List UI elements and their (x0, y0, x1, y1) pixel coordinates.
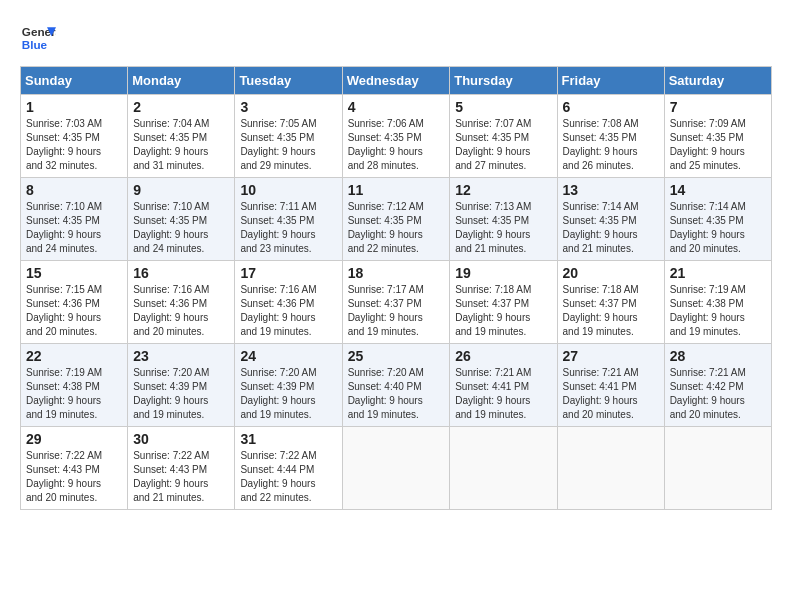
calendar-table: SundayMondayTuesdayWednesdayThursdayFrid… (20, 66, 772, 510)
day-number: 30 (133, 431, 229, 447)
calendar-cell: 9Sunrise: 7:10 AM Sunset: 4:35 PM Daylig… (128, 178, 235, 261)
day-number: 20 (563, 265, 659, 281)
day-info: Sunrise: 7:05 AM Sunset: 4:35 PM Dayligh… (240, 117, 336, 173)
day-number: 12 (455, 182, 551, 198)
weekday-header-thursday: Thursday (450, 67, 557, 95)
day-number: 21 (670, 265, 766, 281)
day-info: Sunrise: 7:20 AM Sunset: 4:40 PM Dayligh… (348, 366, 445, 422)
calendar-cell: 6Sunrise: 7:08 AM Sunset: 4:35 PM Daylig… (557, 95, 664, 178)
calendar-cell: 14Sunrise: 7:14 AM Sunset: 4:35 PM Dayli… (664, 178, 771, 261)
day-number: 16 (133, 265, 229, 281)
calendar-cell (342, 427, 450, 510)
calendar-header: SundayMondayTuesdayWednesdayThursdayFrid… (21, 67, 772, 95)
day-number: 2 (133, 99, 229, 115)
logo-icon: General Blue (20, 20, 56, 56)
calendar-cell: 18Sunrise: 7:17 AM Sunset: 4:37 PM Dayli… (342, 261, 450, 344)
day-number: 23 (133, 348, 229, 364)
day-info: Sunrise: 7:22 AM Sunset: 4:44 PM Dayligh… (240, 449, 336, 505)
day-info: Sunrise: 7:10 AM Sunset: 4:35 PM Dayligh… (26, 200, 122, 256)
calendar-cell: 31Sunrise: 7:22 AM Sunset: 4:44 PM Dayli… (235, 427, 342, 510)
day-info: Sunrise: 7:18 AM Sunset: 4:37 PM Dayligh… (455, 283, 551, 339)
calendar-cell: 30Sunrise: 7:22 AM Sunset: 4:43 PM Dayli… (128, 427, 235, 510)
day-number: 22 (26, 348, 122, 364)
day-info: Sunrise: 7:19 AM Sunset: 4:38 PM Dayligh… (26, 366, 122, 422)
calendar-cell: 1Sunrise: 7:03 AM Sunset: 4:35 PM Daylig… (21, 95, 128, 178)
day-number: 4 (348, 99, 445, 115)
day-number: 9 (133, 182, 229, 198)
day-number: 27 (563, 348, 659, 364)
day-number: 29 (26, 431, 122, 447)
calendar-cell: 25Sunrise: 7:20 AM Sunset: 4:40 PM Dayli… (342, 344, 450, 427)
day-number: 5 (455, 99, 551, 115)
day-info: Sunrise: 7:21 AM Sunset: 4:41 PM Dayligh… (455, 366, 551, 422)
day-info: Sunrise: 7:08 AM Sunset: 4:35 PM Dayligh… (563, 117, 659, 173)
calendar-cell: 17Sunrise: 7:16 AM Sunset: 4:36 PM Dayli… (235, 261, 342, 344)
calendar-cell: 13Sunrise: 7:14 AM Sunset: 4:35 PM Dayli… (557, 178, 664, 261)
day-number: 10 (240, 182, 336, 198)
calendar-cell: 24Sunrise: 7:20 AM Sunset: 4:39 PM Dayli… (235, 344, 342, 427)
weekday-header-sunday: Sunday (21, 67, 128, 95)
weekday-header-friday: Friday (557, 67, 664, 95)
weekday-header-saturday: Saturday (664, 67, 771, 95)
day-info: Sunrise: 7:12 AM Sunset: 4:35 PM Dayligh… (348, 200, 445, 256)
day-number: 18 (348, 265, 445, 281)
calendar-week-2: 8Sunrise: 7:10 AM Sunset: 4:35 PM Daylig… (21, 178, 772, 261)
day-number: 25 (348, 348, 445, 364)
weekday-header-wednesday: Wednesday (342, 67, 450, 95)
calendar-cell: 19Sunrise: 7:18 AM Sunset: 4:37 PM Dayli… (450, 261, 557, 344)
day-info: Sunrise: 7:18 AM Sunset: 4:37 PM Dayligh… (563, 283, 659, 339)
calendar-cell: 15Sunrise: 7:15 AM Sunset: 4:36 PM Dayli… (21, 261, 128, 344)
day-info: Sunrise: 7:21 AM Sunset: 4:42 PM Dayligh… (670, 366, 766, 422)
day-number: 7 (670, 99, 766, 115)
calendar-week-4: 22Sunrise: 7:19 AM Sunset: 4:38 PM Dayli… (21, 344, 772, 427)
day-info: Sunrise: 7:19 AM Sunset: 4:38 PM Dayligh… (670, 283, 766, 339)
calendar-cell: 10Sunrise: 7:11 AM Sunset: 4:35 PM Dayli… (235, 178, 342, 261)
calendar-cell: 8Sunrise: 7:10 AM Sunset: 4:35 PM Daylig… (21, 178, 128, 261)
day-info: Sunrise: 7:10 AM Sunset: 4:35 PM Dayligh… (133, 200, 229, 256)
logo: General Blue (20, 20, 56, 56)
calendar-cell: 26Sunrise: 7:21 AM Sunset: 4:41 PM Dayli… (450, 344, 557, 427)
day-number: 1 (26, 99, 122, 115)
calendar-cell: 23Sunrise: 7:20 AM Sunset: 4:39 PM Dayli… (128, 344, 235, 427)
day-number: 14 (670, 182, 766, 198)
calendar-cell: 21Sunrise: 7:19 AM Sunset: 4:38 PM Dayli… (664, 261, 771, 344)
day-info: Sunrise: 7:17 AM Sunset: 4:37 PM Dayligh… (348, 283, 445, 339)
day-number: 17 (240, 265, 336, 281)
calendar-body: 1Sunrise: 7:03 AM Sunset: 4:35 PM Daylig… (21, 95, 772, 510)
svg-text:Blue: Blue (22, 38, 48, 51)
calendar-week-5: 29Sunrise: 7:22 AM Sunset: 4:43 PM Dayli… (21, 427, 772, 510)
day-number: 3 (240, 99, 336, 115)
calendar-cell (450, 427, 557, 510)
calendar-week-3: 15Sunrise: 7:15 AM Sunset: 4:36 PM Dayli… (21, 261, 772, 344)
day-number: 11 (348, 182, 445, 198)
day-info: Sunrise: 7:15 AM Sunset: 4:36 PM Dayligh… (26, 283, 122, 339)
day-number: 31 (240, 431, 336, 447)
day-number: 24 (240, 348, 336, 364)
calendar-cell: 3Sunrise: 7:05 AM Sunset: 4:35 PM Daylig… (235, 95, 342, 178)
day-info: Sunrise: 7:16 AM Sunset: 4:36 PM Dayligh… (133, 283, 229, 339)
day-info: Sunrise: 7:09 AM Sunset: 4:35 PM Dayligh… (670, 117, 766, 173)
day-number: 26 (455, 348, 551, 364)
calendar-cell: 12Sunrise: 7:13 AM Sunset: 4:35 PM Dayli… (450, 178, 557, 261)
weekday-header-tuesday: Tuesday (235, 67, 342, 95)
calendar-cell: 11Sunrise: 7:12 AM Sunset: 4:35 PM Dayli… (342, 178, 450, 261)
day-info: Sunrise: 7:14 AM Sunset: 4:35 PM Dayligh… (563, 200, 659, 256)
day-info: Sunrise: 7:06 AM Sunset: 4:35 PM Dayligh… (348, 117, 445, 173)
day-info: Sunrise: 7:04 AM Sunset: 4:35 PM Dayligh… (133, 117, 229, 173)
day-info: Sunrise: 7:22 AM Sunset: 4:43 PM Dayligh… (26, 449, 122, 505)
day-info: Sunrise: 7:21 AM Sunset: 4:41 PM Dayligh… (563, 366, 659, 422)
day-info: Sunrise: 7:03 AM Sunset: 4:35 PM Dayligh… (26, 117, 122, 173)
weekday-header-monday: Monday (128, 67, 235, 95)
calendar-cell: 29Sunrise: 7:22 AM Sunset: 4:43 PM Dayli… (21, 427, 128, 510)
day-info: Sunrise: 7:11 AM Sunset: 4:35 PM Dayligh… (240, 200, 336, 256)
day-info: Sunrise: 7:13 AM Sunset: 4:35 PM Dayligh… (455, 200, 551, 256)
day-number: 8 (26, 182, 122, 198)
day-info: Sunrise: 7:14 AM Sunset: 4:35 PM Dayligh… (670, 200, 766, 256)
calendar-cell: 7Sunrise: 7:09 AM Sunset: 4:35 PM Daylig… (664, 95, 771, 178)
day-number: 19 (455, 265, 551, 281)
calendar-cell: 28Sunrise: 7:21 AM Sunset: 4:42 PM Dayli… (664, 344, 771, 427)
day-info: Sunrise: 7:20 AM Sunset: 4:39 PM Dayligh… (240, 366, 336, 422)
calendar-cell: 22Sunrise: 7:19 AM Sunset: 4:38 PM Dayli… (21, 344, 128, 427)
calendar-cell: 27Sunrise: 7:21 AM Sunset: 4:41 PM Dayli… (557, 344, 664, 427)
day-info: Sunrise: 7:07 AM Sunset: 4:35 PM Dayligh… (455, 117, 551, 173)
